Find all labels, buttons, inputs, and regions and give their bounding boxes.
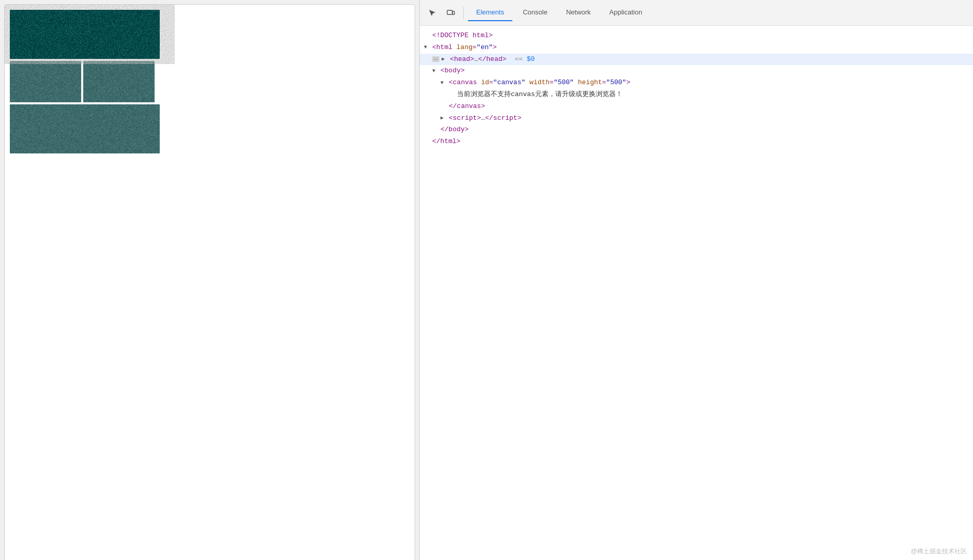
devtools-tab-bar: Elements Console Network Application [420, 0, 973, 26]
dom-eq-marker: == [511, 54, 527, 65]
dom-doctype: <!DOCTYPE html> [420, 30, 973, 42]
dom-html-open[interactable]: <html lang="en"> [420, 42, 973, 54]
dom-html-close: </html> [420, 136, 973, 148]
head-options-button[interactable]: ··· [432, 56, 439, 62]
brick-1 [10, 10, 160, 59]
dom-head-collapsed[interactable]: ··· <head>…</head> == $0 [420, 54, 973, 66]
tab-application[interactable]: Application [601, 4, 651, 21]
svg-rect-0 [447, 10, 452, 14]
tab-separator [463, 7, 464, 19]
brick-2b [83, 61, 155, 102]
svg-rect-1 [452, 11, 454, 14]
dom-dollar-zero: $0 [527, 54, 535, 65]
dom-canvas-fallback-text: 当前浏览器不支持canvas元素，请升级或更换浏览器！ [420, 89, 973, 101]
inspect-element-button[interactable] [424, 5, 440, 21]
tab-elements[interactable]: Elements [468, 4, 512, 21]
canvas-area [10, 10, 168, 167]
dom-canvas-close: </canvas> [420, 101, 973, 113]
watermark: @稀土掘金技术社区 [911, 547, 967, 556]
brick-2a [10, 61, 81, 102]
dom-body-close: </body> [420, 124, 973, 136]
tab-network[interactable]: Network [558, 4, 599, 21]
brick-canvas [10, 10, 168, 167]
browser-viewport [4, 4, 415, 560]
dom-body-open[interactable]: <body> [420, 65, 973, 77]
device-toggle-button[interactable] [443, 5, 459, 21]
dom-script-collapsed[interactable]: <script>…</script> [420, 113, 973, 125]
tab-console[interactable]: Console [514, 4, 556, 21]
dom-canvas-open[interactable]: <canvas id="canvas" width="500" height="… [420, 77, 973, 89]
devtools-panel: Elements Console Network Application <!D… [419, 0, 973, 560]
devtools-dom-tree: <!DOCTYPE html> <html lang="en"> ··· <he… [420, 26, 973, 560]
brick-3 [10, 104, 160, 153]
